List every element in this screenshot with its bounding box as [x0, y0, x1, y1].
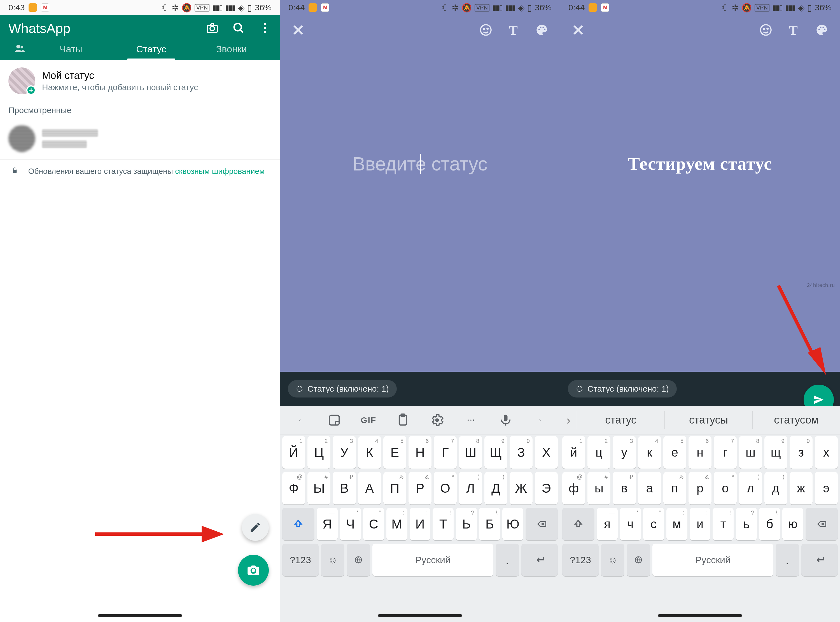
backspace-key[interactable] [526, 508, 558, 540]
key-ш[interactable]: ш8 [739, 436, 762, 469]
key-П[interactable]: П% [383, 472, 406, 505]
key-у[interactable]: у3 [613, 436, 636, 469]
key-Ш[interactable]: Ш8 [459, 436, 482, 469]
key-Й[interactable]: Й1 [282, 436, 305, 469]
emoji-icon[interactable] [759, 23, 773, 38]
tab-chats[interactable]: Чаты [31, 44, 111, 59]
backspace-key[interactable] [806, 508, 838, 540]
key-ю[interactable]: ю [782, 508, 803, 540]
nav-bar-pill[interactable] [658, 614, 742, 617]
community-tab-icon[interactable] [8, 43, 31, 60]
key-С[interactable]: С" [363, 508, 384, 540]
kbd-settings-icon[interactable] [430, 413, 444, 427]
key-О[interactable]: О* [434, 472, 457, 505]
key-И[interactable]: И; [410, 508, 431, 540]
camera-status-fab[interactable] [238, 555, 269, 585]
key-г[interactable]: г7 [714, 436, 737, 469]
key-д[interactable]: д) [764, 472, 787, 505]
key-т[interactable]: т! [713, 508, 733, 540]
key-Ь[interactable]: Ь? [456, 508, 477, 540]
key-х[interactable]: х [815, 436, 838, 469]
key-н[interactable]: н6 [689, 436, 712, 469]
more-icon[interactable] [258, 21, 271, 36]
suggestion-word[interactable]: статус [577, 411, 665, 429]
close-button[interactable] [291, 23, 305, 38]
e2e-link[interactable]: сквозным шифрованием [175, 167, 265, 175]
kbd-sticker-icon[interactable] [327, 413, 341, 427]
tab-status[interactable]: Статус [111, 44, 192, 59]
key-к[interactable]: к4 [638, 436, 661, 469]
key-Ы[interactable]: Ы# [308, 472, 331, 505]
status-privacy-chip[interactable]: Статус (включено: 1) [288, 380, 397, 398]
key-м[interactable]: м: [666, 508, 688, 540]
globe-key[interactable] [347, 544, 370, 576]
kbd-gif-icon[interactable]: GIF [361, 413, 376, 427]
symbols-key[interactable]: ?123 [282, 544, 319, 576]
key-А[interactable]: А [358, 472, 381, 505]
kbd-more-icon[interactable]: ••• [464, 413, 479, 427]
key-о[interactable]: о* [714, 472, 737, 505]
search-icon[interactable] [232, 21, 245, 36]
my-status-row[interactable]: + Мой статус Нажмите, чтобы добавить нов… [0, 60, 280, 102]
text-font-icon[interactable]: T [507, 23, 521, 38]
key-Р[interactable]: Р& [409, 472, 431, 505]
period-key[interactable]: . [776, 544, 799, 576]
key-В[interactable]: В₽ [332, 472, 355, 505]
key-щ[interactable]: щ9 [764, 436, 787, 469]
key-в[interactable]: в₽ [613, 472, 636, 505]
kbd-fwd-icon[interactable]: › [533, 413, 547, 427]
key-З[interactable]: З0 [509, 436, 532, 469]
key-Ч[interactable]: Ч' [340, 508, 361, 540]
status-text-input[interactable]: Тестируем статус [560, 46, 840, 282]
kbd-mic-icon[interactable] [499, 413, 513, 427]
key-л[interactable]: л( [739, 472, 762, 505]
palette-icon[interactable] [815, 23, 829, 38]
key-Я[interactable]: Я— [317, 508, 338, 540]
key-ц[interactable]: ц2 [587, 436, 610, 469]
key-Е[interactable]: Е5 [383, 436, 406, 469]
kbd-back-icon[interactable]: ‹ [293, 413, 307, 427]
globe-key[interactable] [627, 544, 650, 576]
key-Х[interactable]: Х [535, 436, 558, 469]
text-font-icon[interactable]: T [787, 23, 801, 38]
nav-bar-pill[interactable] [378, 614, 462, 617]
key-Б[interactable]: Б\ [479, 508, 500, 540]
key-К[interactable]: К4 [358, 436, 381, 469]
key-й[interactable]: й1 [562, 436, 585, 469]
key-Ц[interactable]: Ц2 [308, 436, 331, 469]
camera-icon[interactable] [206, 21, 219, 36]
space-key[interactable]: Русский [652, 544, 773, 576]
sugg-expand-icon[interactable]: › [560, 413, 577, 427]
key-и[interactable]: и; [690, 508, 710, 540]
key-я[interactable]: я— [597, 508, 618, 540]
key-е[interactable]: е5 [663, 436, 686, 469]
key-с[interactable]: с" [643, 508, 664, 540]
key-Э[interactable]: Э [535, 472, 558, 505]
keyboard[interactable]: ‹ GIF ••• › Й1Ц2У3К4Е5Н6Г7Ш8Щ9З0Х Ф@Ы#В₽… [280, 406, 560, 622]
enter-key[interactable] [521, 544, 558, 576]
keyboard[interactable]: › статус статусы статусом й1ц2у3к4е5н6г7… [560, 406, 840, 622]
key-Т[interactable]: Т! [433, 508, 454, 540]
period-key[interactable]: . [495, 544, 519, 576]
key-ж[interactable]: ж [790, 472, 813, 505]
kbd-clipboard-icon[interactable] [396, 413, 410, 427]
symbols-key[interactable]: ?123 [562, 544, 599, 576]
close-button[interactable] [571, 23, 585, 38]
enter-key[interactable] [801, 544, 838, 576]
key-Ф[interactable]: Ф@ [282, 472, 305, 505]
key-Д[interactable]: Д) [485, 472, 508, 505]
key-Л[interactable]: Л( [459, 472, 482, 505]
tab-calls[interactable]: Звонки [191, 44, 271, 59]
key-Ж[interactable]: Ж [509, 472, 532, 505]
key-Ю[interactable]: Ю [502, 508, 523, 540]
key-Г[interactable]: Г7 [434, 436, 457, 469]
space-key[interactable]: Русский [372, 544, 493, 576]
emoji-icon[interactable] [479, 23, 493, 38]
key-ф[interactable]: ф@ [562, 472, 585, 505]
key-з[interactable]: з0 [790, 436, 813, 469]
emoji-key[interactable]: ☺ [601, 544, 624, 576]
key-п[interactable]: п% [663, 472, 686, 505]
key-У[interactable]: У3 [332, 436, 355, 469]
key-М[interactable]: М: [386, 508, 407, 540]
key-ь[interactable]: ь? [736, 508, 757, 540]
